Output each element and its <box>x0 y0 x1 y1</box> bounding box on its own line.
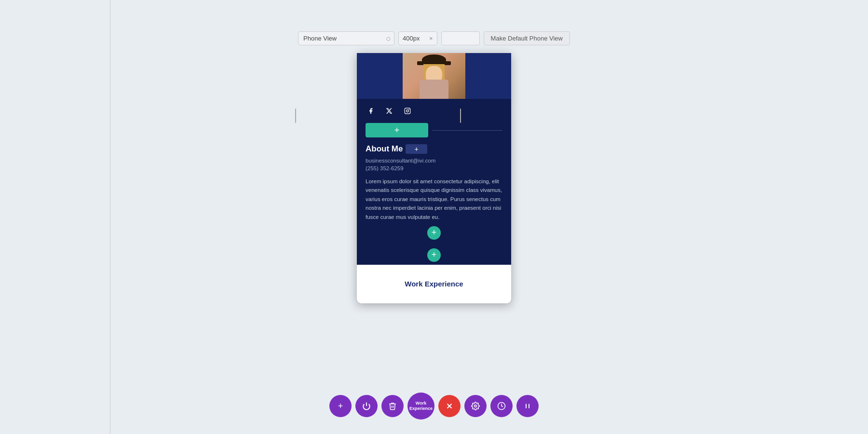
section-divider-area: + <box>357 245 511 265</box>
trash-button[interactable] <box>381 395 404 417</box>
svg-point-2 <box>409 109 409 110</box>
profile-image-area <box>357 53 511 99</box>
history-button[interactable] <box>490 395 513 417</box>
email-info: businessconsultant@ivi.com <box>366 158 502 163</box>
instagram-icon[interactable] <box>402 106 413 116</box>
profile-image <box>403 53 465 99</box>
facebook-icon[interactable] <box>366 106 376 116</box>
make-default-button[interactable]: Make Default Phone View <box>484 31 570 45</box>
section-plus-button[interactable]: + <box>427 226 441 240</box>
extra-input[interactable] <box>441 31 480 45</box>
toolbar: Phone View Tablet View Desktop View × Ma… <box>0 31 868 45</box>
phone-info: (255) 352-6259 <box>366 165 502 171</box>
bottom-toolbar: + Work Experience <box>329 393 539 420</box>
svg-rect-0 <box>405 108 410 114</box>
settings-button[interactable] <box>464 395 487 417</box>
about-section: About Me + businessconsultant@ivi.com (2… <box>357 141 511 245</box>
add-button[interactable]: + <box>329 395 352 417</box>
pause-button[interactable] <box>516 395 539 417</box>
svg-point-1 <box>407 110 409 112</box>
view-select-wrap: Phone View Tablet View Desktop View <box>298 31 394 45</box>
add-button-row: + <box>357 121 511 141</box>
add-section-plus: + <box>394 125 400 136</box>
hat <box>422 54 446 65</box>
about-title-row: About Me + <box>366 144 502 154</box>
social-icons-row <box>357 99 511 121</box>
px-close-button[interactable]: × <box>425 35 437 42</box>
add-section-button[interactable]: + <box>366 123 428 137</box>
about-title: About Me <box>366 144 403 154</box>
add-btn-line <box>432 130 502 131</box>
view-select[interactable]: Phone View Tablet View Desktop View <box>298 31 394 45</box>
section-divider-button[interactable]: + <box>427 248 441 262</box>
phone-preview: + About Me + businessconsultant@ivi.com … <box>357 53 511 303</box>
drag-handle-line-left <box>295 108 296 123</box>
lorem-text: Lorem ipsum dolor sit amet consectetur a… <box>366 177 502 221</box>
work-exp-center-label: Work Experience <box>407 401 434 411</box>
svg-point-6 <box>475 405 477 407</box>
person-figure <box>403 53 465 99</box>
about-title-add-button[interactable]: + <box>406 144 427 154</box>
close-button[interactable] <box>438 395 461 417</box>
body-shirt <box>420 80 448 99</box>
power-button[interactable] <box>355 395 378 417</box>
px-input-group: × <box>398 31 437 45</box>
white-section: Work Experience <box>357 265 511 303</box>
px-input[interactable] <box>399 32 425 45</box>
left-divider <box>110 0 110 434</box>
work-exp-label: Work Experience <box>405 280 463 288</box>
drag-handle-left[interactable] <box>293 96 298 135</box>
drag-handle-line-right <box>460 108 461 123</box>
drag-handle-right[interactable] <box>458 96 463 135</box>
twitter-x-icon[interactable] <box>384 106 394 116</box>
work-exp-center-button[interactable]: Work Experience <box>407 393 434 420</box>
